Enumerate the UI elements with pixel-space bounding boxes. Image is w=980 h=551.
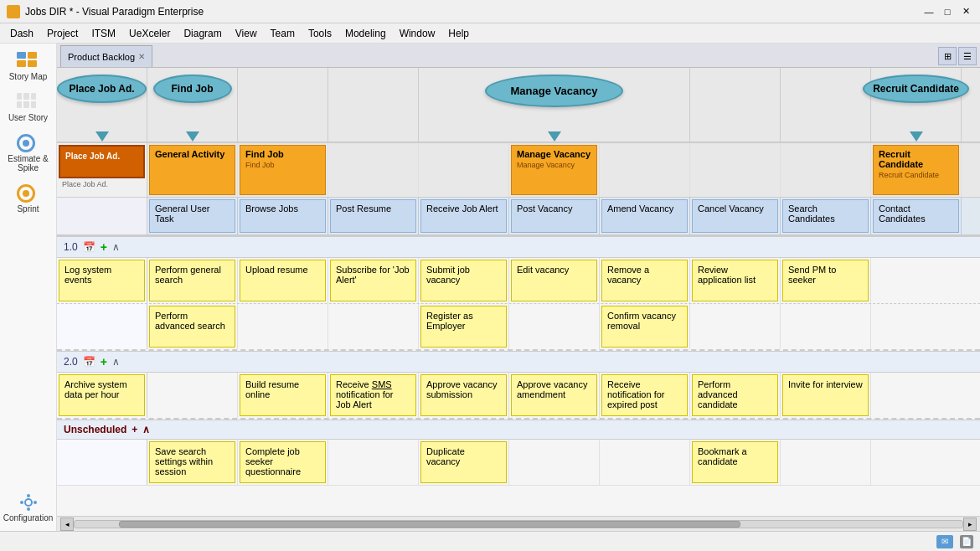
sprint-1-calendar-icon[interactable]: 📅 — [83, 241, 95, 253]
maximize-button[interactable]: □ — [940, 4, 955, 19]
yellow-card-build-resume-online[interactable]: Build resume online — [240, 374, 326, 416]
bubble-place-job-ad[interactable]: Place Job Ad. — [57, 75, 146, 103]
backlog-tab-close[interactable]: ✕ — [138, 52, 145, 61]
yellow-card-subscribe-job-alert[interactable]: Subscribe for 'Job Alert' — [330, 260, 416, 301]
orange-card-manage-vacancy[interactable]: Manage Vacancy Manage Vacancy — [511, 145, 597, 195]
unsched-c4: Duplicate vacancy — [419, 440, 509, 485]
menu-team[interactable]: Team — [264, 26, 302, 41]
bubble-arrow-manage-vacancy — [548, 131, 561, 142]
sidebar-item-sprint[interactable]: Sprint — [3, 179, 54, 219]
sidebar-item-storymap[interactable]: Story Map — [3, 47, 54, 86]
yellow-card-register-employer[interactable]: Register as Employer — [420, 306, 507, 348]
blue-card-post-vacancy[interactable]: Post Vacancy — [511, 199, 597, 233]
blue-cell-2: Post Resume — [328, 198, 419, 234]
blue-card-search-candidates[interactable]: Search Candidates — [782, 199, 869, 233]
email-status-icon[interactable]: ✉ — [936, 535, 953, 548]
bubble-find-job[interactable]: Find Job — [153, 75, 232, 103]
bubble-manage-vacancy[interactable]: Manage Vacancy — [485, 75, 622, 107]
scroll-right-button[interactable]: ▸ — [963, 518, 977, 531]
blue-card-receive-job-alert[interactable]: Receive Job Alert — [420, 199, 507, 233]
manage-vacancy-title: Manage Vacancy — [517, 149, 591, 159]
left-panel-card[interactable]: Place Job Ad. — [59, 145, 145, 178]
scroll-left-button[interactable]: ◂ — [60, 518, 74, 531]
sidebar-item-config[interactable]: Configuration — [3, 488, 54, 528]
sprint-1-r2-c1: Perform advanced search — [147, 304, 238, 349]
menu-uexceler[interactable]: UeXceler — [122, 26, 177, 41]
sprint-2-collapse-button[interactable]: ∧ — [112, 356, 120, 368]
blue-card-contact-candidates[interactable]: Contact Candidates — [873, 199, 959, 233]
yellow-card-submit-job-vacancy[interactable]: Submit job vacancy — [420, 260, 507, 301]
card-cell-empty-3 — [600, 143, 690, 197]
blue-card-amend-vacancy[interactable]: Amend Vacancy — [601, 199, 688, 233]
yellow-card-complete-questionnaire[interactable]: Complete job seeker questionnaire — [240, 441, 326, 483]
yellow-card-confirm-vacancy-removal[interactable]: Confirm vacancy removal — [601, 306, 688, 348]
yellow-card-bookmark-candidate[interactable]: Bookmark a candidate — [692, 441, 778, 483]
yellow-card-send-pm-seeker[interactable]: Send PM to seeker — [782, 260, 869, 301]
list-view-icon[interactable]: ☰ — [958, 47, 977, 65]
sprint-1-add-button[interactable]: + — [101, 240, 107, 254]
blue-card-general-user-task[interactable]: General User Task — [149, 199, 235, 233]
yellow-card-approve-vacancy-amendment[interactable]: Approve vacancy amendment — [511, 374, 597, 416]
yellow-card-approve-vacancy-submission[interactable]: Approve vacancy submission — [420, 374, 507, 416]
yellow-card-upload-resume[interactable]: Upload resume — [240, 260, 326, 301]
sidebar-item-userstory[interactable]: User Story — [3, 88, 54, 127]
menu-dash[interactable]: Dash — [3, 26, 40, 41]
unsched-c7: Bookmark a candidate — [690, 440, 781, 485]
manage-vacancy-bubble-area: Manage Vacancy — [419, 68, 690, 142]
yellow-card-duplicate-vacancy[interactable]: Duplicate vacancy — [420, 441, 507, 483]
close-button[interactable]: ✕ — [958, 4, 973, 19]
yellow-card-invite-interview[interactable]: Invite for interview — [782, 374, 869, 416]
yellow-card-save-search-settings[interactable]: Save search settings within session — [149, 441, 235, 483]
sprint-1-row2-left — [57, 304, 147, 349]
horizontal-scrollbar[interactable]: ◂ ▸ — [57, 516, 980, 531]
blue-card-post-resume[interactable]: Post Resume — [330, 199, 416, 233]
scroll-track[interactable] — [74, 520, 963, 528]
sprint-1-row-2: Perform advanced search Register as Empl… — [57, 304, 980, 351]
story-table[interactable]: Place Job Ad. Find Job — [57, 68, 980, 516]
doc-status-icon[interactable]: 📄 — [960, 535, 973, 548]
yellow-card-perform-advanced-candidate[interactable]: Perform advanced candidate — [692, 374, 778, 416]
yellow-card-perform-general-search[interactable]: Perform general search — [149, 260, 235, 301]
card-cell-manage-vacancy: Manage Vacancy Manage Vacancy — [509, 143, 600, 197]
orange-card-recruit-candidate[interactable]: Recruit Candidate Recruit Candidate — [873, 145, 959, 195]
orange-card-find-job[interactable]: Find Job Find Job — [240, 145, 326, 195]
sprint-2-add-button[interactable]: + — [101, 355, 107, 368]
sprint-2-calendar-icon[interactable]: 📅 — [83, 356, 95, 368]
menu-window[interactable]: Window — [393, 26, 442, 41]
sidebar-item-estimate[interactable]: Estimate & Spike — [3, 129, 54, 178]
config-icon — [17, 493, 40, 512]
yellow-card-remove-vacancy[interactable]: Remove a vacancy — [601, 260, 688, 301]
orange-card-general-activity[interactable]: General Activity — [149, 145, 235, 195]
yellow-card-log-system-events[interactable]: Log system events — [59, 260, 145, 301]
menu-modeling[interactable]: Modeling — [338, 26, 393, 41]
yellow-card-edit-vacancy[interactable]: Edit vacancy — [511, 260, 597, 301]
scroll-thumb[interactable] — [119, 521, 740, 528]
yellow-card-receive-sms[interactable]: Receive SMS notification for Job Alert — [330, 374, 416, 416]
svg-point-0 — [25, 499, 32, 506]
menu-help[interactable]: Help — [441, 26, 476, 41]
bubble-recruit-candidate[interactable]: Recruit Candidate — [863, 75, 969, 103]
backlog-tab[interactable]: Product Backlog ✕ — [60, 45, 152, 67]
yellow-card-receive-expired-post[interactable]: Receive notification for expired post — [601, 374, 688, 416]
blue-card-cancel-vacancy[interactable]: Cancel Vacancy — [692, 199, 778, 233]
card-cell-recruit-candidate: Recruit Candidate Recruit Candidate — [871, 143, 962, 197]
blue-card-browse-jobs[interactable]: Browse Jobs — [240, 199, 326, 233]
spacer-col-2 — [238, 68, 328, 142]
yellow-card-review-application-list[interactable]: Review application list — [692, 260, 778, 301]
menu-view[interactable]: View — [229, 26, 264, 41]
sidebar-label-storymap: Story Map — [9, 72, 48, 81]
window-controls: — □ ✕ — [921, 4, 973, 19]
sprint-1-collapse-button[interactable]: ∧ — [112, 241, 120, 253]
menu-diagram[interactable]: Diagram — [177, 26, 228, 41]
grid-view-icon[interactable]: ⊞ — [938, 47, 957, 65]
menu-project[interactable]: Project — [40, 26, 85, 41]
minimize-button[interactable]: — — [921, 4, 936, 19]
menu-itsm[interactable]: ITSM — [85, 26, 122, 41]
unsched-c6 — [600, 440, 690, 485]
sprint-2-header: 2.0 📅 + ∧ — [57, 351, 980, 373]
menu-tools[interactable]: Tools — [302, 26, 338, 41]
unscheduled-add-button[interactable]: + — [132, 424, 137, 435]
yellow-card-archive-system[interactable]: Archive system data per hour — [59, 374, 145, 416]
yellow-card-perform-advanced-search[interactable]: Perform advanced search — [149, 306, 235, 348]
unscheduled-collapse-button[interactable]: ∧ — [142, 424, 150, 435]
